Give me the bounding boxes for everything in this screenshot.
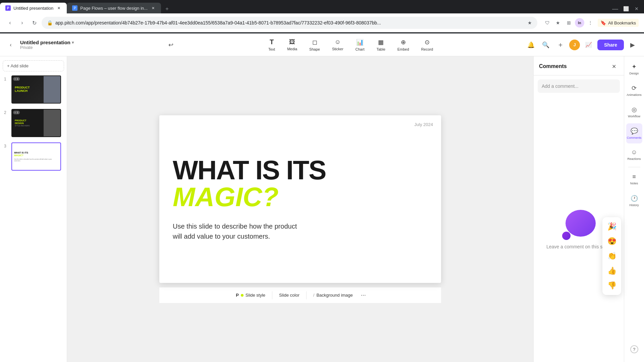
rail-item-comments[interactable]: 💬 Comments xyxy=(626,123,642,143)
p-label: P xyxy=(236,293,239,298)
rail-item-design[interactable]: ✦ Design xyxy=(626,59,642,79)
close-window-button[interactable]: ✕ xyxy=(632,4,641,13)
reaction-thumbsup[interactable]: 👍 xyxy=(605,264,619,278)
slide-canvas[interactable]: July 2024 WHAT IS ITS MAGIC? Use this sl… xyxy=(159,115,441,283)
tool-sticker[interactable]: ☺ Sticker xyxy=(327,37,349,53)
tool-chart[interactable]: 📊 Chart xyxy=(350,37,370,53)
slide-thumb-2[interactable]: ○ 1 PRODUCTDESIGN STYLE AND INSPO xyxy=(11,109,61,137)
presentation-privacy: Private xyxy=(20,45,74,50)
thumb3-magic: MAGIC? xyxy=(14,154,58,157)
comments-empty-text: Leave a comment on this slide. xyxy=(546,244,611,249)
maximize-button[interactable]: ⬜ xyxy=(621,4,631,13)
notifications-button[interactable]: 🔔 xyxy=(525,39,537,51)
comment-badge-1: ○ 1 xyxy=(13,77,20,81)
address-bar[interactable]: 🔒 app.pitch.com/app/presentation/4b74b27… xyxy=(42,17,537,29)
list-item[interactable]: 3 WHAT IS ITS MAGIC? Use this slide to d… xyxy=(3,141,64,172)
tab-pageflows[interactable]: P Page Flows – user flow design in... ✕ xyxy=(67,3,161,13)
comment-input[interactable]: Add a comment... xyxy=(538,79,620,93)
share-button[interactable]: Share xyxy=(597,40,624,50)
design-icon: ✦ xyxy=(632,63,637,70)
tool-record[interactable]: ⊙ Record xyxy=(416,37,438,53)
tool-embed[interactable]: ⊕ Embed xyxy=(392,37,415,53)
rail-label-reactions: Reactions xyxy=(627,157,641,161)
slide-style-button[interactable]: P Slide style xyxy=(232,291,269,300)
browser-nav-icons: 🛡 ★ ⊞ In ⋮ xyxy=(543,18,595,27)
rail-item-animations[interactable]: ⟳ Animations xyxy=(626,80,642,101)
rail-item-help[interactable]: ? xyxy=(626,339,642,359)
app-toolbar: ‹ Untitled presentation ▾ Private ↩ T Te… xyxy=(0,34,644,56)
undo-button[interactable]: ↩ xyxy=(166,40,176,50)
reaction-clap[interactable]: 👏 xyxy=(605,249,619,263)
background-image-button[interactable]: / Background image xyxy=(309,291,357,300)
new-tab-button[interactable]: ＋ xyxy=(162,4,172,13)
history-icon: 🕐 xyxy=(631,195,638,202)
minimize-button[interactable]: — xyxy=(610,4,620,13)
list-item[interactable]: 2 ○ 1 PRODUCTDESIGN STYLE AND INSPO xyxy=(3,108,64,138)
bubble-circle xyxy=(566,210,596,237)
animations-icon: ⟳ xyxy=(632,84,637,92)
tab-pitch[interactable]: P Untitled presentation ✕ xyxy=(0,3,67,13)
comments-header: Comments ✕ xyxy=(534,56,624,75)
reactions-popup: 🎉 😍 👏 👍 👎 xyxy=(602,217,621,295)
speech-bubble-illustration xyxy=(562,210,596,240)
slide-thumb-3[interactable]: WHAT IS ITS MAGIC? Use this slide to des… xyxy=(11,142,61,171)
slide-thumb-1[interactable]: ○ 1 PRODUCTLAUNCH xyxy=(11,75,61,104)
list-item[interactable]: 1 ○ 1 PRODUCTLAUNCH xyxy=(3,74,64,105)
rail-label-workflow: Workflow xyxy=(628,115,640,118)
bubble-tail xyxy=(562,232,571,240)
sticker-icon: ☺ xyxy=(335,39,341,46)
user-avatar[interactable]: J xyxy=(569,40,580,50)
add-collaborator-button[interactable]: ＋ xyxy=(554,39,567,51)
table-icon: ▦ xyxy=(378,39,384,46)
more-options-button[interactable]: ··· xyxy=(358,290,369,300)
analytics-button[interactable]: 📈 xyxy=(583,39,595,51)
present-button[interactable]: ▶ xyxy=(627,39,639,51)
bookmark-star-icon[interactable]: ★ xyxy=(553,18,563,27)
refresh-button[interactable]: ↻ xyxy=(30,18,39,27)
more-options-icon[interactable]: ⋮ xyxy=(586,18,595,27)
slide-number-1: 1 xyxy=(4,77,9,81)
record-icon: ⊙ xyxy=(425,39,430,46)
tool-text[interactable]: T Text xyxy=(263,36,280,53)
shape-icon: ◻ xyxy=(312,39,317,46)
extension-icon[interactable]: 🛡 xyxy=(543,18,552,27)
back-button[interactable]: ‹ xyxy=(5,18,15,27)
slide-number-2: 2 xyxy=(4,110,9,115)
background-image-label: Background image xyxy=(316,293,353,298)
all-bookmarks-label: All Bookmarks xyxy=(608,20,636,25)
rail-item-reactions[interactable]: ☺ Reactions xyxy=(626,145,642,165)
rail-label-history: History xyxy=(629,203,639,207)
rail-item-history[interactable]: 🕐 History xyxy=(626,191,642,211)
rail-item-workflow[interactable]: ◎ Workflow xyxy=(626,102,642,122)
thumb3-title: WHAT IS ITS xyxy=(14,152,58,154)
reaction-love[interactable]: 😍 xyxy=(605,235,619,248)
slide-main-title[interactable]: WHAT IS ITS xyxy=(173,157,428,184)
tool-shape[interactable]: ◻ Shape xyxy=(304,37,325,53)
forward-button[interactable]: › xyxy=(17,18,27,27)
tab-pageflows-close[interactable]: ✕ xyxy=(150,5,156,11)
tool-table[interactable]: ▦ Table xyxy=(371,37,390,53)
reaction-thumbsdown[interactable]: 👎 xyxy=(605,279,619,292)
slide-color-button[interactable]: Slide color xyxy=(275,291,304,300)
pitch-app: ‹ Untitled presentation ▾ Private ↩ T Te… xyxy=(0,34,644,362)
search-button[interactable]: 🔍 xyxy=(540,39,552,51)
presentation-dropdown-icon[interactable]: ▾ xyxy=(72,40,74,45)
rail-label-design: Design xyxy=(629,72,639,75)
bookmarks-label[interactable]: 🔖 All Bookmarks xyxy=(598,19,639,27)
presentation-info: Untitled presentation ▾ Private xyxy=(20,40,74,50)
presentation-title[interactable]: Untitled presentation ▾ xyxy=(20,40,74,45)
add-slide-button[interactable]: + Add slide xyxy=(3,60,64,71)
extension2-icon[interactable]: ⊞ xyxy=(564,18,574,27)
bottom-toolbar: P Slide style Slide color / Background i… xyxy=(159,287,441,303)
rail-item-notes[interactable]: ≡ Notes xyxy=(626,169,642,189)
tab-pitch-close[interactable]: ✕ xyxy=(56,5,61,11)
slide-magic-text[interactable]: MAGIC? xyxy=(173,184,428,210)
slides-sidebar: + Add slide 1 ○ 1 PRODUCTLAUNCH 2 ○ 1 xyxy=(0,56,67,362)
sidebar-toggle-button[interactable]: ‹ xyxy=(5,40,16,50)
reaction-party[interactable]: 🎉 xyxy=(605,220,619,233)
toolbar-right: 🔔 🔍 ＋ J 📈 Share ▶ xyxy=(525,39,639,51)
comments-close-button[interactable]: ✕ xyxy=(609,62,619,71)
profile-icon[interactable]: In xyxy=(575,18,584,27)
slide-style-label: Slide style xyxy=(246,293,265,298)
tool-media[interactable]: 🖼 Media xyxy=(282,37,303,53)
